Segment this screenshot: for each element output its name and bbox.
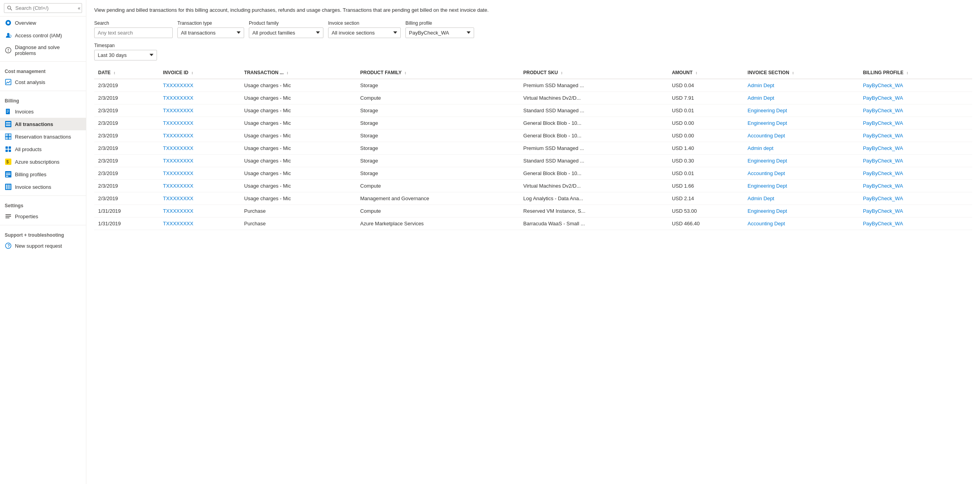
- col-billing-profile-label: BILLING PROFILE: [863, 70, 903, 75]
- invoice-id-link[interactable]: TXXXXXXXX: [163, 183, 193, 189]
- invoice-id-link[interactable]: TXXXXXXXX: [163, 221, 193, 226]
- invoice-id-link[interactable]: TXXXXXXXX: [163, 133, 193, 139]
- iam-icon: i: [5, 32, 12, 39]
- sidebar-item-all-transactions[interactable]: All transactions: [0, 118, 86, 130]
- invoice_section-link[interactable]: Admin Dept: [748, 195, 774, 201]
- invoice-id-link[interactable]: TXXXXXXXX: [163, 195, 193, 201]
- cell-date: 2/3/2019: [94, 192, 159, 205]
- billing_profile-link[interactable]: PayByCheck_WA: [863, 120, 903, 126]
- col-header-product-family[interactable]: PRODUCT FAMILY ↕: [356, 67, 520, 79]
- billing_profile-link[interactable]: PayByCheck_WA: [863, 170, 903, 176]
- sidebar-item-subscriptions-label: Azure subscriptions: [15, 159, 59, 165]
- invoice_section-link[interactable]: Admin dept: [748, 145, 774, 151]
- billing_profile-link[interactable]: PayByCheck_WA: [863, 221, 903, 226]
- sidebar-item-reservation-transactions[interactable]: Reservation transactions: [0, 130, 86, 143]
- svg-rect-18: [5, 134, 8, 136]
- timespan-select[interactable]: Last 30 days: [94, 50, 157, 60]
- cell-amount: USD 2.14: [668, 192, 744, 205]
- cell-invoice_id: TXXXXXXXX: [159, 205, 240, 217]
- svg-rect-30: [6, 174, 11, 175]
- invoice_section-link[interactable]: Admin Dept: [748, 95, 774, 101]
- cell-invoice_section: Accounting Dept: [744, 217, 859, 230]
- timespan-row: Timespan Last 30 days: [94, 43, 972, 60]
- invoice-id-link[interactable]: TXXXXXXXX: [163, 108, 193, 113]
- invoice_section-link[interactable]: Accounting Dept: [748, 170, 785, 176]
- invoice_section-link[interactable]: Accounting Dept: [748, 221, 785, 226]
- sidebar-search-input[interactable]: [4, 3, 82, 13]
- invoice_section-link[interactable]: Engineering Dept: [748, 120, 787, 126]
- col-header-billing-profile[interactable]: BILLING PROFILE ↕: [859, 67, 972, 79]
- product-family-select[interactable]: All product families: [249, 27, 323, 38]
- sidebar-item-iam[interactable]: i Access control (IAM): [0, 29, 86, 42]
- cell-amount: USD 7.91: [668, 91, 744, 104]
- invoice-section-filter-group: Invoice section All invoice sections: [328, 20, 401, 38]
- invoice_section-link[interactable]: Engineering Dept: [748, 108, 787, 113]
- billing_profile-link[interactable]: PayByCheck_WA: [863, 145, 903, 151]
- invoice_section-link[interactable]: Accounting Dept: [748, 133, 785, 139]
- col-header-amount[interactable]: AMOUNT ↕: [668, 67, 744, 79]
- cell-invoice_id: TXXXXXXXX: [159, 79, 240, 92]
- invoice-id-link[interactable]: TXXXXXXXX: [163, 95, 193, 101]
- billing_profile-link[interactable]: PayByCheck_WA: [863, 158, 903, 164]
- billing_profile-link[interactable]: PayByCheck_WA: [863, 133, 903, 139]
- sidebar-item-overview[interactable]: Overview: [0, 16, 86, 29]
- invoice-id-link[interactable]: TXXXXXXXX: [163, 120, 193, 126]
- invoice-id-link[interactable]: TXXXXXXXX: [163, 145, 193, 151]
- col-header-date[interactable]: DATE ↕: [94, 67, 159, 79]
- cell-billing_profile: PayByCheck_WA: [859, 129, 972, 142]
- svg-text:?: ?: [7, 244, 10, 248]
- billing-profile-select[interactable]: PayByCheck_WA: [405, 27, 474, 38]
- col-invoice-section-sort-icon: ↕: [792, 71, 794, 75]
- invoice_section-link[interactable]: Engineering Dept: [748, 158, 787, 164]
- sidebar-item-invoice-sections[interactable]: Invoice sections: [0, 181, 86, 193]
- search-input[interactable]: [94, 27, 173, 38]
- sidebar-item-billing-profiles[interactable]: Billing profiles: [0, 168, 86, 181]
- svg-rect-14: [6, 122, 11, 123]
- invoice-id-link[interactable]: TXXXXXXXX: [163, 170, 193, 176]
- cell-product_sku: General Block Blob - 10...: [519, 117, 668, 129]
- invoice-id-link[interactable]: TXXXXXXXX: [163, 82, 193, 88]
- transaction-type-select[interactable]: All transactions: [177, 27, 244, 38]
- cell-invoice_id: TXXXXXXXX: [159, 104, 240, 117]
- invoice-section-select[interactable]: All invoice sections: [328, 27, 401, 38]
- col-header-invoice-id[interactable]: INVOICE ID ↕: [159, 67, 240, 79]
- collapse-icon[interactable]: «: [78, 5, 80, 11]
- billing_profile-link[interactable]: PayByCheck_WA: [863, 82, 903, 88]
- cell-billing_profile: PayByCheck_WA: [859, 154, 972, 167]
- invoice-id-link[interactable]: TXXXXXXXX: [163, 158, 193, 164]
- cell-product_family: Storage: [356, 104, 520, 117]
- col-header-invoice-section[interactable]: INVOICE SECTION ↕: [744, 67, 859, 79]
- cell-date: 2/3/2019: [94, 91, 159, 104]
- main-area: View pending and billed transactions for…: [86, 0, 980, 484]
- billing_profile-link[interactable]: PayByCheck_WA: [863, 208, 903, 214]
- cell-invoice_section: Admin dept: [744, 142, 859, 154]
- billing_profile-link[interactable]: PayByCheck_WA: [863, 95, 903, 101]
- billing_profile-link[interactable]: PayByCheck_WA: [863, 195, 903, 201]
- sidebar-item-azure-subscriptions[interactable]: $ Azure subscriptions: [0, 155, 86, 168]
- subscriptions-icon: $: [5, 158, 12, 165]
- col-header-product-sku[interactable]: PRODUCT SKU ↕: [519, 67, 668, 79]
- sidebar-item-invoice-sections-label: Invoice sections: [15, 184, 51, 190]
- col-header-transaction[interactable]: TRANSACTION ... ↕: [240, 67, 356, 79]
- cell-product_family: Compute: [356, 91, 520, 104]
- invoice_section-link[interactable]: Admin Dept: [748, 82, 774, 88]
- search-label: Search: [94, 20, 173, 26]
- invoice-id-link[interactable]: TXXXXXXXX: [163, 208, 193, 214]
- cell-date: 2/3/2019: [94, 167, 159, 179]
- sidebar-item-new-support[interactable]: ? New support request: [0, 239, 86, 252]
- sidebar-item-all-products[interactable]: All products: [0, 143, 86, 155]
- sidebar-item-cost-analysis[interactable]: Cost analysis: [0, 76, 86, 88]
- svg-rect-11: [7, 111, 9, 111]
- sidebar-item-invoices[interactable]: Invoices: [0, 105, 86, 118]
- billing_profile-link[interactable]: PayByCheck_WA: [863, 108, 903, 113]
- table-row: 2/3/2019TXXXXXXXXUsage charges - MicMana…: [94, 192, 972, 205]
- sidebar-item-properties[interactable]: Properties: [0, 210, 86, 223]
- sidebar-item-diagnose[interactable]: Diagnose and solve problems: [0, 42, 86, 59]
- billing-profile-label: Billing profile: [405, 20, 474, 26]
- invoice_section-link[interactable]: Engineering Dept: [748, 208, 787, 214]
- cell-billing_profile: PayByCheck_WA: [859, 205, 972, 217]
- cell-billing_profile: PayByCheck_WA: [859, 217, 972, 230]
- invoice_section-link[interactable]: Engineering Dept: [748, 183, 787, 189]
- sidebar-item-new-support-label: New support request: [15, 243, 62, 249]
- billing_profile-link[interactable]: PayByCheck_WA: [863, 183, 903, 189]
